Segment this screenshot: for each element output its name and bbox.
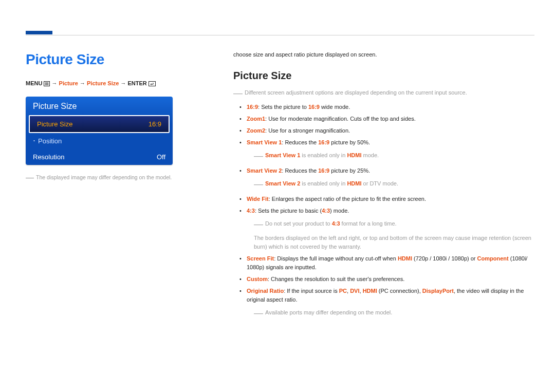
breadcrumb: MENU → Picture → Picture Size → ENTER [26, 80, 216, 87]
list-item: 4:3: Sets the picture to basic (4:3) mod… [247, 207, 534, 251]
osd-panel: Picture Size Picture Size 16:9 Position … [26, 97, 173, 165]
list-item: 16:9: Sets the picture to 16:9 wide mode… [247, 103, 534, 111]
list-item: Zoom1: Use for moderate magnification. C… [247, 115, 534, 123]
list-item: Screen Fit: Displays the full image with… [247, 254, 534, 272]
enter-icon [149, 81, 156, 87]
svg-rect-4 [149, 82, 155, 86]
osd-row-label: Resolution [33, 153, 64, 161]
intro-text: choose size and aspect ratio picture dis… [233, 51, 534, 58]
sub-note: ―Available ports may differ depending on… [247, 306, 534, 321]
section-heading: Picture Size [233, 70, 534, 82]
list-item: Custom: Changes the resolution to suit t… [247, 275, 534, 284]
list-item: Original Ratio: If the input source is P… [247, 287, 534, 321]
top-note: ―Different screen adjustment options are… [233, 88, 534, 99]
menu-icon [44, 81, 50, 87]
osd-row-resolution[interactable]: Resolution Off [26, 149, 173, 165]
osd-panel-title: Picture Size [26, 97, 173, 115]
image-disclaimer: ―The displayed image may differ dependin… [26, 173, 216, 182]
options-list: 16:9: Sets the picture to 16:9 wide mode… [233, 103, 534, 321]
breadcrumb-enter: ENTER [127, 80, 146, 86]
osd-row-label: Picture Size [37, 120, 72, 128]
list-item: Smart View 1: Reduces the 16:9 picture b… [247, 138, 534, 163]
breadcrumb-menu: MENU [26, 80, 42, 86]
breadcrumb-picture: Picture [59, 80, 78, 86]
osd-row-label: Position [33, 137, 62, 145]
list-item: Wide Fit: Enlarges the aspect ratio of t… [247, 195, 534, 203]
sub-note: ―Smart View 1 is enabled only in HDMI mo… [247, 149, 534, 163]
sub-note: ―Smart View 2 is enabled only in HDMI or… [247, 177, 534, 192]
breadcrumb-picture-size: Picture Size [87, 80, 119, 86]
page-title: Picture Size [26, 51, 216, 68]
osd-row-value: 16:9 [149, 120, 161, 128]
sub-note: ―Do not set your product to 4:3 format f… [247, 217, 534, 232]
list-item: Zoom2: Use for a stronger magnification. [247, 126, 534, 135]
osd-row-picture-size[interactable]: Picture Size 16:9 [29, 115, 170, 133]
osd-row-value: Off [157, 153, 165, 161]
list-item: Smart View 2: Reduces the 16:9 picture b… [247, 166, 534, 192]
sub-note: The borders displayed on the left and ri… [247, 234, 534, 251]
osd-row-position[interactable]: Position [26, 133, 173, 149]
